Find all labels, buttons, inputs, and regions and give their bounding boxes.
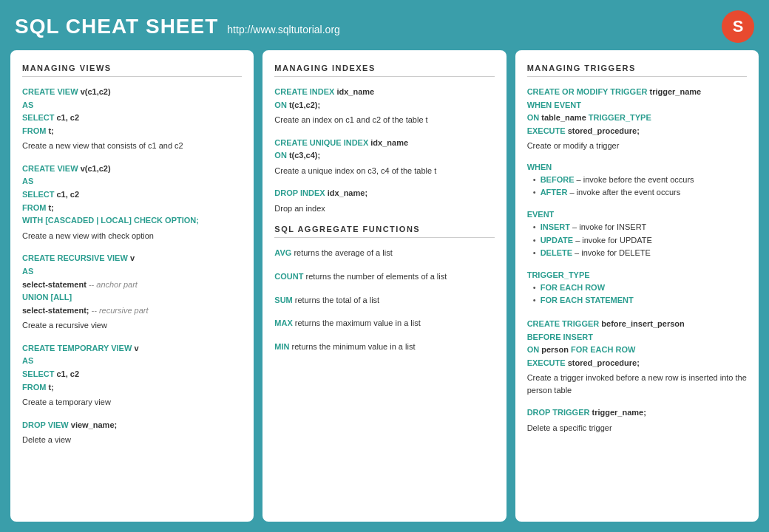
views-section-title: MANAGING VIEWS xyxy=(22,64,242,77)
avg-desc: returns the average of a list xyxy=(294,248,392,257)
agg-sum: SUM returns the total of a list xyxy=(274,294,494,307)
kw-before-insert: BEFORE INSERT xyxy=(527,332,593,341)
view4-table: t; xyxy=(48,383,53,392)
kw-from2: FROM xyxy=(22,203,48,212)
kw-select2: SELECT xyxy=(22,190,56,199)
view2-desc: Create a new view with check option xyxy=(22,230,242,242)
kw-on-ct: ON xyxy=(527,345,542,354)
kw-as3: AS xyxy=(22,267,33,276)
view1-table: t; xyxy=(48,126,53,135)
trigger-type-title: TRIGGER_TYPE xyxy=(527,270,747,279)
kw-with-check: WITH [CASCADED | LOCAL] CHECK OPTION; xyxy=(22,216,199,225)
view3-v: v xyxy=(130,253,135,262)
create-unique-index-block: CREATE UNIQUE INDEX idx_name ON t(c3,c4)… xyxy=(274,137,494,177)
kw-as1: AS xyxy=(22,100,33,109)
header-title: SQL CHEAT SHEET http://www.sqltutorial.o… xyxy=(15,15,340,38)
cui-line2: ON t(c3,c4); xyxy=(274,149,494,163)
kw-as4: AS xyxy=(22,356,33,365)
min-line: MIN returns the minimum value in a list xyxy=(274,341,494,354)
view2-line1: CREATE VIEW v(c1,c2) xyxy=(22,163,242,176)
insert-desc: – invoke for INSERT xyxy=(570,222,646,231)
drop-trigger-block: DROP TRIGGER trigger_name; Delete a spec… xyxy=(527,406,747,434)
ct-line3: ON person FOR EACH ROW xyxy=(527,344,747,357)
kw-on-ci: ON xyxy=(274,100,289,109)
view4-cols: c1, c2 xyxy=(56,369,79,378)
dt-name: trigger_name; xyxy=(592,408,646,417)
ct-proc: stored_procedure; xyxy=(568,358,640,367)
view4-desc: Create a temporary view xyxy=(22,396,242,409)
agg-count: COUNT returns the number of elements of … xyxy=(274,270,494,284)
view1-block: CREATE VIEW v(c1,c2) AS SELECT c1, c2 FR… xyxy=(22,86,242,152)
ci-name: idx_name xyxy=(336,87,374,96)
view5-block: DROP VIEW view_name; Delete a view xyxy=(22,419,242,446)
cmt-line4: EXECUTE stored_procedure; xyxy=(527,125,747,138)
event-delete: DELETE – invoke for DELETE xyxy=(533,247,747,260)
view3-line4: UNION [ALL] xyxy=(22,291,242,304)
header-url: http://www.sqltutorial.org xyxy=(227,24,340,35)
kw-sum: SUM xyxy=(274,296,295,304)
dt-line1: DROP TRIGGER trigger_name; xyxy=(527,406,747,420)
view1-cols: c1, c2 xyxy=(56,113,79,122)
kw-execute-ct: EXECUTE xyxy=(527,358,568,367)
avg-line: AVG returns the average of a list xyxy=(274,247,494,260)
kw-union-all: UNION [ALL] xyxy=(22,293,72,301)
triggers-section-title: MANAGING TRIGGERS xyxy=(527,64,747,77)
view5-line1: DROP VIEW view_name; xyxy=(22,419,242,432)
event-list: INSERT – invoke for INSERT UPDATE – invo… xyxy=(527,221,747,260)
ct-name: before_insert_person xyxy=(601,319,684,328)
kw-avg: AVG xyxy=(274,248,294,257)
view3-line5: select-statement; -- recursive part xyxy=(22,304,242,318)
view4-v: v xyxy=(134,344,138,352)
kw-from4: FROM xyxy=(22,383,48,392)
ct-table: person xyxy=(541,345,571,354)
view1-line3: SELECT c1, c2 xyxy=(22,112,242,125)
view3-line3: select-statement -- anchor part xyxy=(22,279,242,292)
view3-desc: Create a recursive view xyxy=(22,319,242,332)
view2-line5: WITH [CASCADED | LOCAL] CHECK OPTION; xyxy=(22,214,242,228)
col-managing-indexes: MANAGING INDEXES CREATE INDEX idx_name O… xyxy=(262,50,506,522)
header: SQL CHEAT SHEET http://www.sqltutorial.o… xyxy=(0,0,769,50)
cmt-name: trigger_name xyxy=(649,87,701,96)
cui-cols: t(c3,c4); xyxy=(289,151,320,160)
kw-select4: SELECT xyxy=(22,369,56,378)
kw-create-view2: CREATE VIEW xyxy=(22,164,81,173)
cmt-line2: WHEN EVENT xyxy=(527,99,747,112)
create-index-block: CREATE INDEX idx_name ON t(c1,c2); Creat… xyxy=(274,86,494,126)
agg-section-title: SQL AGGREGATE FUNCTIONS xyxy=(274,225,494,238)
view1-sig: v(c1,c2) xyxy=(81,87,111,96)
max-desc: returns the maximum value in a list xyxy=(295,318,421,327)
cmt-table: table_name xyxy=(541,113,589,122)
app-title: SQL CHEAT SHEET xyxy=(15,15,218,38)
dt-desc: Delete a specific trigger xyxy=(527,422,747,434)
view3-select-stmt: select-statement xyxy=(22,280,89,289)
view2-line3: SELECT c1, c2 xyxy=(22,188,242,202)
kw-on-cmt: ON xyxy=(527,113,542,122)
view1-line1: CREATE VIEW v(c1,c2) xyxy=(22,86,242,99)
view3-anchor-comment: -- anchor part xyxy=(89,280,138,289)
create-modify-trigger-block: CREATE OR MODIFY TRIGGER trigger_name WH… xyxy=(527,86,747,152)
kw-trigger-type1: TRIGGER_TYPE xyxy=(589,113,651,122)
kw-for-each-stmt: FOR EACH STATEMENT xyxy=(541,296,634,304)
kw-create-trigger: CREATE TRIGGER xyxy=(527,319,602,328)
view4-line4: FROM t; xyxy=(22,381,242,395)
ct-line2: BEFORE INSERT xyxy=(527,331,747,344)
view1-line4: FROM t; xyxy=(22,125,242,138)
create-trigger-block: CREATE TRIGGER before_insert_person BEFO… xyxy=(527,318,747,396)
when-list: BEFORE – invoke before the event occurs … xyxy=(527,174,747,200)
ci-line1: CREATE INDEX idx_name xyxy=(274,86,494,99)
drop-index-block: DROP INDEX idx_name; Drop an index xyxy=(274,187,494,214)
view1-desc: Create a new view that consists of c1 an… xyxy=(22,140,242,152)
cmt-line1: CREATE OR MODIFY TRIGGER trigger_name xyxy=(527,86,747,99)
event-update: UPDATE – invoke for UPDATE xyxy=(533,234,747,248)
kw-when-event: WHEN EVENT xyxy=(527,100,581,109)
view3-block: CREATE RECURSIVE VIEW v AS select-statem… xyxy=(22,252,242,331)
view2-line2: AS xyxy=(22,175,242,188)
ttype-row: FOR EACH ROW xyxy=(533,282,747,295)
kw-create-view: CREATE VIEW xyxy=(22,87,81,96)
ci-desc: Create an index on c1 and c2 of the tabl… xyxy=(274,114,494,126)
ct-desc: Create a trigger invoked before a new ro… xyxy=(527,372,747,396)
view2-cols: c1, c2 xyxy=(56,190,79,199)
ct-line4: EXECUTE stored_procedure; xyxy=(527,357,747,370)
kw-create-index: CREATE INDEX xyxy=(274,87,336,96)
agg-max: MAX returns the maximum value in a list xyxy=(274,317,494,330)
